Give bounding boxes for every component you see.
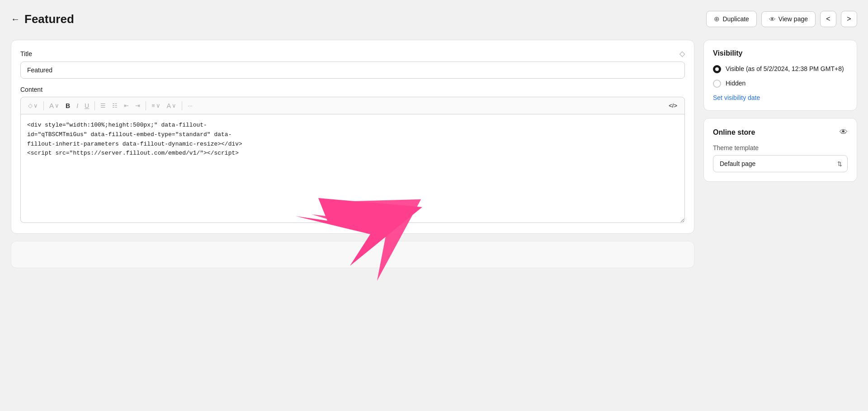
toolbar-font-color-chevron: ∨ [172,102,176,109]
visible-radio-item[interactable]: Visible (as of 5/2/2024, 12:38 PM GMT+8) [713,65,848,74]
left-panel: Title ◇ Content ◇ ∨ A [11,40,694,268]
toolbar-underline-button[interactable]: U [82,100,92,111]
title-input[interactable] [20,61,685,79]
visible-radio-input[interactable] [713,65,721,73]
toolbar-indent-right-icon: ⇥ [135,102,140,109]
toolbar-bold-button[interactable]: B [63,100,73,111]
online-store-title: Online store [713,128,755,137]
extra-card [11,241,694,268]
toolbar-indent-left-icon: ⇤ [124,102,129,109]
toolbar-more-icon: ··· [188,102,193,109]
toolbar-font-icon: A [49,102,54,109]
toolbar-font-chevron: ∨ [55,102,59,109]
toolbar-align-button[interactable]: ≡ ∨ [149,100,163,111]
hidden-radio-input[interactable] [713,80,721,88]
online-store-header: Online store 👁 [713,128,848,137]
page-header: ← Featured ⊕ Duplicate 👁 View page < > [11,7,857,31]
toolbar-font-color-button[interactable]: A ∨ [164,100,179,111]
toolbar-indent-right-button[interactable]: ⇥ [132,100,143,111]
ai-sparkle-icon[interactable]: ◇ [679,49,685,58]
visibility-card: Visibility Visible (as of 5/2/2024, 12:3… [703,40,857,111]
eye-icon: 👁 [769,15,776,23]
back-button[interactable]: ← [11,14,20,24]
duplicate-button[interactable]: ⊕ Duplicate [706,11,756,27]
view-page-button[interactable]: 👁 View page [761,11,816,27]
right-panel: Visibility Visible (as of 5/2/2024, 12:3… [703,40,857,182]
toolbar-underline-icon: U [85,102,89,109]
header-left: ← Featured [11,12,74,26]
view-page-label: View page [778,15,808,23]
toolbar-font-button[interactable]: A ∨ [47,100,62,111]
duplicate-label: Duplicate [722,15,749,23]
toolbar-sep-4 [182,101,182,110]
toolbar-ai-icon: ◇ [28,102,33,109]
toolbar-ul-button[interactable]: ☰ [98,100,108,111]
main-content: Title ◇ Content ◇ ∨ A [11,40,857,268]
page-title: Featured [24,12,74,26]
title-field-header: Title ◇ [20,49,685,58]
toolbar-sep-2 [94,101,95,110]
online-store-eye-icon[interactable]: 👁 [840,128,848,137]
online-store-card: Online store 👁 Theme template Default pa… [703,118,857,182]
hidden-radio-item[interactable]: Hidden [713,79,848,88]
editor-toolbar: ◇ ∨ A ∨ B I [20,97,685,114]
toolbar-ai-button[interactable]: ◇ ∨ [25,100,41,111]
toolbar-ul-icon: ☰ [100,102,106,109]
toolbar-indent-left-button[interactable]: ⇤ [121,100,132,111]
theme-template-select[interactable]: Default page Custom page Landing page [713,155,848,172]
code-view-icon: </> [669,102,677,109]
visible-radio-label: Visible (as of 5/2/2024, 12:38 PM GMT+8) [726,65,844,74]
hidden-radio-label: Hidden [726,79,745,88]
toolbar-italic-icon: I [76,102,78,109]
header-right: ⊕ Duplicate 👁 View page < > [706,11,857,27]
visibility-title: Visibility [713,49,848,57]
theme-template-select-wrapper: Default page Custom page Landing page ⇅ [713,155,848,172]
editor-card: Title ◇ Content ◇ ∨ A [11,40,694,234]
toolbar-sep-1 [43,101,44,110]
toolbar-ol-icon: ☷ [112,102,118,109]
toolbar-italic-button[interactable]: I [74,100,81,111]
toolbar-font-color-icon: A [167,102,171,109]
toolbar-align-icon: ≡ [151,102,155,109]
content-label: Content [20,86,685,93]
toolbar-ai-chevron: ∨ [33,102,38,109]
title-label: Title [20,50,32,57]
nav-prev-button[interactable]: < [820,11,836,27]
toolbar-more-button[interactable]: ··· [185,100,195,111]
toolbar-ol-button[interactable]: ☷ [109,100,120,111]
toolbar-sep-3 [146,101,146,110]
set-visibility-date-link[interactable]: Set visibility date [713,94,848,101]
toolbar-align-chevron: ∨ [156,102,160,109]
visibility-radio-group: Visible (as of 5/2/2024, 12:38 PM GMT+8)… [713,65,848,88]
theme-template-label: Theme template [713,144,848,151]
content-editor[interactable]: <div style="width:100%;height:500px;" da… [20,114,685,223]
toolbar-bold-icon: B [66,102,70,109]
toolbar-code-view-button[interactable]: </> [666,100,680,111]
duplicate-icon: ⊕ [714,15,720,23]
nav-next-button[interactable]: > [841,11,857,27]
